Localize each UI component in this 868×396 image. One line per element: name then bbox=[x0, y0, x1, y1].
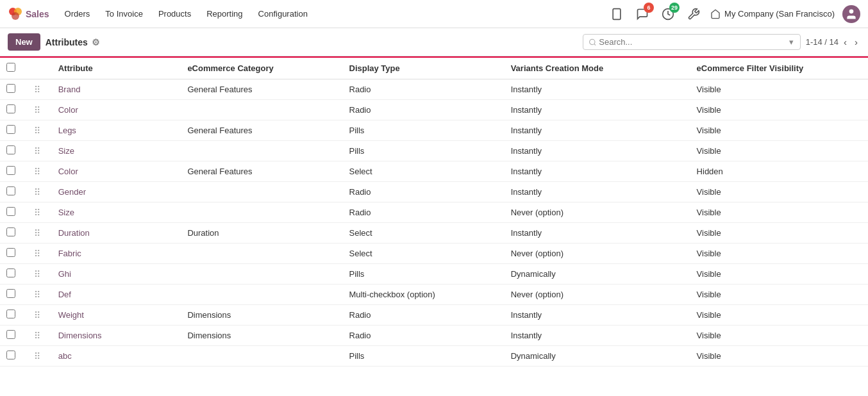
pagination-prev-button[interactable]: ‹ bbox=[841, 35, 849, 49]
drag-handle-icon[interactable]: ⠿ bbox=[34, 146, 40, 156]
row-attribute[interactable]: Legs bbox=[52, 120, 181, 141]
row-filter-visibility: Visible bbox=[690, 79, 852, 100]
nav-item-configuration[interactable]: Configuration bbox=[256, 9, 310, 19]
header-attribute-label: Attribute bbox=[58, 63, 93, 73]
header-variants-mode-label: Variants Creation Mode bbox=[511, 63, 603, 73]
row-attribute[interactable]: Size bbox=[52, 202, 181, 223]
row-checkbox[interactable] bbox=[6, 309, 15, 318]
row-checkbox[interactable] bbox=[6, 248, 15, 257]
row-checkbox[interactable] bbox=[6, 104, 15, 113]
row-variants-mode: Dynamically bbox=[505, 346, 690, 367]
header-checkbox-col bbox=[0, 57, 28, 79]
row-checkbox-cell bbox=[0, 79, 28, 100]
row-display-type: Pills bbox=[343, 346, 505, 367]
drag-handle-icon[interactable]: ⠿ bbox=[34, 126, 40, 136]
table-row: ⠿ Brand General Features Radio Instantly… bbox=[0, 79, 868, 100]
header-display-type[interactable]: Display Type bbox=[343, 57, 505, 79]
row-checkbox[interactable] bbox=[6, 125, 15, 134]
select-all-checkbox[interactable] bbox=[6, 63, 15, 72]
row-checkbox[interactable] bbox=[6, 207, 15, 216]
nav-item-orders[interactable]: Orders bbox=[62, 9, 93, 19]
drag-handle-icon[interactable]: ⠿ bbox=[34, 331, 40, 341]
row-checkbox[interactable] bbox=[6, 166, 15, 175]
company-selector[interactable]: My Company (San Francisco) bbox=[710, 9, 835, 19]
row-checkbox[interactable] bbox=[6, 186, 15, 195]
row-attribute[interactable]: Ghi bbox=[52, 264, 181, 285]
search-input[interactable] bbox=[599, 37, 785, 47]
row-attribute[interactable]: Duration bbox=[52, 223, 181, 243]
phone-icon-btn[interactable] bbox=[608, 5, 626, 23]
row-checkbox[interactable] bbox=[6, 351, 15, 359]
row-ecommerce-category bbox=[181, 182, 342, 202]
drag-handle-icon[interactable]: ⠿ bbox=[34, 310, 40, 320]
row-extra-cell bbox=[852, 305, 868, 326]
header-variants-mode[interactable]: Variants Creation Mode bbox=[505, 57, 690, 79]
svg-point-7 bbox=[589, 39, 594, 44]
top-navigation: Sales Orders To Invoice Products Reporti… bbox=[0, 0, 868, 28]
drag-handle-icon[interactable]: ⠿ bbox=[34, 187, 40, 197]
row-attribute[interactable]: Color bbox=[52, 161, 181, 182]
nav-item-products[interactable]: Products bbox=[156, 9, 194, 19]
search-input-wrap[interactable]: ▾ bbox=[583, 34, 801, 50]
header-attribute[interactable]: Attribute bbox=[52, 57, 181, 79]
row-drag-handle-cell: ⠿ bbox=[28, 305, 52, 326]
drag-handle-icon[interactable]: ⠿ bbox=[34, 351, 40, 361]
row-attribute[interactable]: Color bbox=[52, 100, 181, 120]
row-checkbox-cell bbox=[0, 161, 28, 182]
row-checkbox[interactable] bbox=[6, 227, 15, 236]
table-row: ⠿ Ghi Pills Dynamically Visible bbox=[0, 264, 868, 285]
row-filter-visibility: Visible bbox=[690, 326, 852, 346]
activity-icon-btn[interactable]: 29 bbox=[659, 5, 677, 23]
search-dropdown-button[interactable]: ▾ bbox=[788, 37, 795, 47]
drag-handle-icon[interactable]: ⠿ bbox=[34, 249, 40, 259]
pagination-next-button[interactable]: › bbox=[852, 35, 860, 49]
row-variants-mode: Never (option) bbox=[505, 202, 690, 223]
row-attribute[interactable]: Dimensions bbox=[52, 326, 181, 346]
row-drag-handle-cell: ⠿ bbox=[28, 100, 52, 120]
wrench-icon-btn[interactable] bbox=[685, 5, 703, 23]
nav-item-reporting[interactable]: Reporting bbox=[204, 9, 245, 19]
svg-point-6 bbox=[849, 9, 854, 13]
row-checkbox[interactable] bbox=[6, 145, 15, 154]
row-attribute[interactable]: Brand bbox=[52, 79, 181, 100]
row-attribute[interactable]: Size bbox=[52, 141, 181, 161]
chat-icon-btn[interactable]: 6 bbox=[633, 5, 651, 23]
drag-handle-icon[interactable]: ⠿ bbox=[34, 167, 40, 177]
company-name: My Company (San Francisco) bbox=[724, 9, 835, 19]
drag-handle-icon[interactable]: ⠿ bbox=[34, 85, 40, 95]
row-ecommerce-category: General Features bbox=[181, 161, 342, 182]
drag-handle-icon[interactable]: ⠿ bbox=[34, 290, 40, 300]
drag-handle-icon[interactable]: ⠿ bbox=[34, 105, 40, 115]
app-title[interactable]: Sales bbox=[26, 9, 49, 19]
row-variants-mode: Instantly bbox=[505, 305, 690, 326]
new-button[interactable]: New bbox=[8, 33, 40, 51]
row-display-type: Radio bbox=[343, 100, 505, 120]
row-filter-visibility: Visible bbox=[690, 305, 852, 326]
row-filter-visibility: Visible bbox=[690, 285, 852, 305]
drag-handle-icon[interactable]: ⠿ bbox=[34, 228, 40, 238]
row-checkbox[interactable] bbox=[6, 84, 15, 93]
row-attribute[interactable]: Fabric bbox=[52, 243, 181, 264]
svg-rect-3 bbox=[613, 8, 621, 19]
row-checkbox[interactable] bbox=[6, 289, 15, 298]
logo[interactable]: Sales bbox=[8, 6, 49, 22]
header-col-resize[interactable] bbox=[852, 57, 868, 79]
user-avatar[interactable] bbox=[842, 5, 860, 23]
row-attribute[interactable]: abc bbox=[52, 346, 181, 367]
row-attribute[interactable]: Gender bbox=[52, 182, 181, 202]
row-attribute[interactable]: Weight bbox=[52, 305, 181, 326]
table-row: ⠿ Color General Features Select Instantl… bbox=[0, 161, 868, 182]
row-variants-mode: Never (option) bbox=[505, 243, 690, 264]
row-checkbox[interactable] bbox=[6, 268, 15, 277]
settings-gear-icon[interactable]: ⚙ bbox=[92, 37, 100, 47]
row-drag-handle-cell: ⠿ bbox=[28, 264, 52, 285]
nav-item-toinvoice[interactable]: To Invoice bbox=[103, 9, 146, 19]
header-ecommerce-category[interactable]: eCommerce Category bbox=[181, 57, 342, 79]
row-filter-visibility: Visible bbox=[690, 243, 852, 264]
row-display-type: Radio bbox=[343, 79, 505, 100]
header-filter-visibility[interactable]: eCommerce Filter Visibility bbox=[690, 57, 852, 79]
row-attribute[interactable]: Def bbox=[52, 285, 181, 305]
row-checkbox[interactable] bbox=[6, 330, 15, 339]
drag-handle-icon[interactable]: ⠿ bbox=[34, 269, 40, 279]
drag-handle-icon[interactable]: ⠿ bbox=[34, 208, 40, 218]
